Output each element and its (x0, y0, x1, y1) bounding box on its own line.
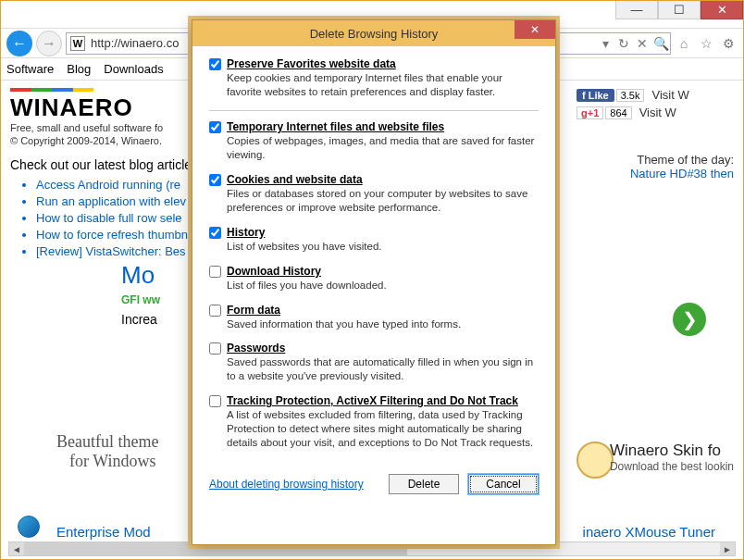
skin-download-text: Download the best lookin (610, 460, 734, 473)
logo-colorstrip (10, 88, 93, 92)
option-checkbox[interactable] (209, 174, 221, 186)
option-row: Preserve Favorites website dataKeep cook… (209, 57, 539, 99)
option-desc: Saved passwords that are automatically f… (227, 355, 539, 383)
option-label: Cookies and website data (227, 173, 539, 186)
option-checkbox[interactable] (209, 395, 221, 407)
scroll-right-icon[interactable]: ► (720, 542, 735, 555)
option-row: Cookies and website dataFiles or databas… (209, 173, 539, 215)
forward-button[interactable]: → (36, 31, 62, 56)
option-row: Form dataSaved information that you have… (209, 304, 539, 331)
bottom-link[interactable]: Enterprise Mod (56, 524, 151, 540)
home-icon[interactable]: ⌂ (675, 34, 693, 53)
maximize-button[interactable]: ☐ (658, 1, 701, 19)
option-checkbox[interactable] (209, 121, 221, 133)
fb-like-button[interactable]: fLike (577, 89, 614, 102)
promo-text: Beautful theme for Windows (56, 432, 158, 471)
visit-text: Visit W (639, 106, 676, 119)
option-checkbox[interactable] (209, 266, 221, 278)
option-row: Temporary Internet files and website fil… (209, 120, 539, 162)
option-label: Tracking Protection, ActiveX Filtering a… (227, 394, 539, 407)
gplus-row: g+1 864 Visit W (577, 106, 734, 119)
favorites-icon[interactable]: ☆ (697, 34, 715, 53)
about-link[interactable]: About deleting browsing history (209, 478, 379, 491)
fb-like-row: fLike 3.5k Visit W (577, 88, 734, 102)
option-desc: List of websites you have visited. (227, 240, 539, 254)
menu-blog[interactable]: Blog (67, 62, 91, 76)
skin-column: Winaero Skin fo Download the best lookin (610, 442, 734, 473)
dialog-footer: About deleting browsing history Delete C… (192, 468, 555, 504)
theme-link[interactable]: Nature HD#38 then (577, 167, 734, 180)
option-desc: Keep cookies and temporary Internet file… (227, 71, 539, 99)
option-label: Form data (227, 304, 539, 317)
option-label: Passwords (227, 342, 539, 355)
minimize-button[interactable]: — (615, 1, 658, 19)
option-checkbox[interactable] (209, 58, 221, 70)
theme-of-day-label: Theme of the day: (577, 153, 734, 167)
option-desc: Saved information that you have typed in… (227, 317, 539, 331)
menu-downloads[interactable]: Downloads (104, 62, 163, 76)
ie-icon (18, 516, 40, 538)
option-label: Download History (227, 265, 539, 278)
visit-text: Visit W (651, 88, 688, 102)
option-checkbox[interactable] (209, 227, 221, 239)
dropdown-icon[interactable]: ▾ (596, 34, 614, 53)
option-row: HistoryList of websites you have visited… (209, 226, 539, 254)
next-arrow-icon[interactable]: ❯ (673, 303, 706, 336)
option-label: Preserve Favorites website data (227, 57, 539, 70)
option-desc: A list of websites excluded from filteri… (227, 408, 539, 450)
option-checkbox[interactable] (209, 342, 221, 355)
delete-button[interactable]: Delete (389, 474, 459, 494)
option-desc: Copies of webpages, images, and media th… (227, 134, 539, 162)
stop-icon[interactable]: ✕ (633, 34, 651, 53)
option-row: Download HistoryList of files you have d… (209, 265, 539, 292)
refresh-icon[interactable]: ↻ (614, 34, 633, 53)
scroll-left-icon[interactable]: ◄ (9, 542, 24, 555)
window-close-button[interactable]: ✕ (701, 1, 743, 19)
dialog-titlebar: Delete Browsing History ✕ (192, 20, 555, 46)
cancel-button[interactable]: Cancel (468, 474, 539, 494)
gear-icon[interactable]: ⚙ (719, 34, 738, 53)
dialog-body: Preserve Favorites website dataKeep cook… (192, 46, 555, 468)
bottom-link-2[interactable]: inaero XMouse Tuner (583, 524, 715, 540)
back-button[interactable]: ← (6, 31, 32, 56)
dialog-close-button[interactable]: ✕ (515, 20, 555, 39)
browser-window: — ☐ ✕ ← → W http://winaero.co ▾ ↻ ✕ 🔍 ⌂ … (0, 0, 744, 560)
delete-history-dialog: Delete Browsing History ✕ Preserve Favor… (192, 19, 556, 545)
dialog-title: Delete Browsing History (310, 27, 439, 41)
option-label: Temporary Internet files and website fil… (227, 120, 539, 133)
gplus-button[interactable]: g+1 (577, 106, 603, 119)
gplus-count: 864 (605, 106, 631, 119)
option-desc: Files or databases stored on your comput… (227, 187, 539, 215)
option-row: Tracking Protection, ActiveX Filtering a… (209, 394, 539, 450)
option-desc: List of files you have downloaded. (227, 279, 539, 292)
menu-software[interactable]: Software (6, 62, 54, 76)
skin-title: Winaero Skin fo (610, 442, 734, 460)
search-icon[interactable]: 🔍 (651, 34, 670, 53)
right-column: fLike 3.5k Visit W g+1 864 Visit W Theme… (577, 88, 734, 180)
option-label: History (227, 226, 539, 239)
clock-icon (577, 442, 614, 479)
site-favicon: W (70, 36, 85, 51)
option-row: PasswordsSaved passwords that are automa… (209, 342, 539, 383)
fb-count: 3.5k (616, 89, 645, 102)
option-checkbox[interactable] (209, 305, 221, 317)
